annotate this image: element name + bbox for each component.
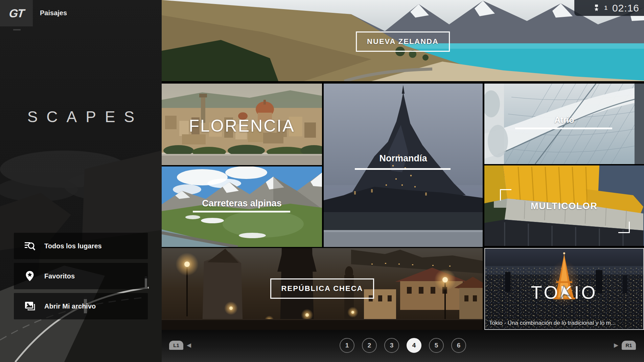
page-title: Paisajes [40, 9, 67, 17]
collection-count: 1 [604, 5, 607, 12]
sidebar-item-open-my-archive[interactable]: Abrir Mi archivo [14, 293, 148, 319]
normandia-photo [324, 84, 483, 247]
scene-label-normandia: Normandía [324, 153, 483, 164]
scene-label-carreteras-alpinas: Carreteras alpinas [162, 198, 322, 209]
focus-bracket-bottom-right [618, 222, 630, 233]
sidebar-item-all-places[interactable]: Todos los lugares [14, 233, 148, 259]
search-list-icon [24, 240, 36, 252]
scene-tile-republica-checa[interactable]: REPÚBLICA CHECA [162, 248, 483, 330]
scene-tile-normandia[interactable]: Normandía [324, 84, 483, 247]
scene-tile-multicolor[interactable]: MULTICOLOR [484, 165, 644, 246]
scene-label-republica-checa: REPÚBLICA CHECA [270, 278, 374, 299]
sidebar-item-label: Todos los lugares [44, 242, 102, 250]
label-underline [355, 168, 451, 170]
next-page-arrow[interactable]: ▶ [614, 342, 618, 349]
scene-caption-tokio: Tokio - Una combinación de lo tradiciona… [489, 320, 641, 326]
collection-badge-icon [594, 4, 599, 12]
scene-tile-tokio[interactable]: TOKIO Tokio - Una combinación de lo trad… [484, 248, 644, 330]
sidebar-item-label: Favoritos [44, 272, 75, 280]
page-button-3[interactable]: 3 [384, 338, 399, 353]
scene-tile-carreteras-alpinas[interactable]: Carreteras alpinas [162, 166, 322, 247]
sidebar: GT Paisajes SCAPES Todos los lugares Fav… [0, 0, 162, 362]
scene-tile-atrio[interactable]: Atrio [484, 84, 644, 164]
page-button-1[interactable]: 1 [340, 338, 354, 353]
scene-label-atrio: Atrio [484, 115, 644, 125]
scapes-screen: GT Paisajes SCAPES Todos los lugares Fav… [0, 0, 644, 362]
scene-label-multicolor: MULTICOLOR [484, 201, 644, 211]
scapes-brand-title: SCAPES [0, 108, 162, 126]
scene-label-nueva-zelanda: NUEVA ZELANDA [356, 31, 450, 52]
shoulder-button-r1: R1 [622, 341, 636, 350]
sidebar-item-label: Abrir Mi archivo [44, 302, 96, 310]
scene-label-tokio: TOKIO [485, 282, 643, 303]
sidebar-item-favorites[interactable]: Favoritos [14, 263, 148, 289]
pagination-bar: L1 ◀ 1 2 3 4 5 6 ▶ R1 [162, 330, 644, 362]
photo-archive-icon [24, 300, 36, 312]
status-bar: 1 02:16 [574, 0, 644, 16]
gt-logo: GT [8, 7, 24, 20]
scene-grid: NUEVA ZELANDA [162, 0, 644, 362]
scene-tile-florencia[interactable]: FLORENCIA [162, 84, 322, 165]
scene-tile-nueva-zelanda[interactable]: NUEVA ZELANDA [162, 0, 644, 81]
logo-underline [13, 29, 21, 30]
label-underline [193, 211, 290, 212]
page-button-2[interactable]: 2 [362, 338, 377, 353]
gt-logo-box: GT [0, 0, 33, 26]
label-underline [515, 128, 612, 129]
scene-label-florencia: FLORENCIA [162, 116, 322, 136]
page-selector: 1 2 3 4 5 6 [162, 338, 644, 353]
pin-star-icon [24, 270, 36, 282]
page-button-6[interactable]: 6 [451, 338, 466, 353]
focus-bracket-top-left [500, 189, 511, 201]
page-button-4-active[interactable]: 4 [407, 338, 421, 353]
page-button-5[interactable]: 5 [429, 338, 444, 353]
clock: 02:16 [612, 2, 639, 14]
